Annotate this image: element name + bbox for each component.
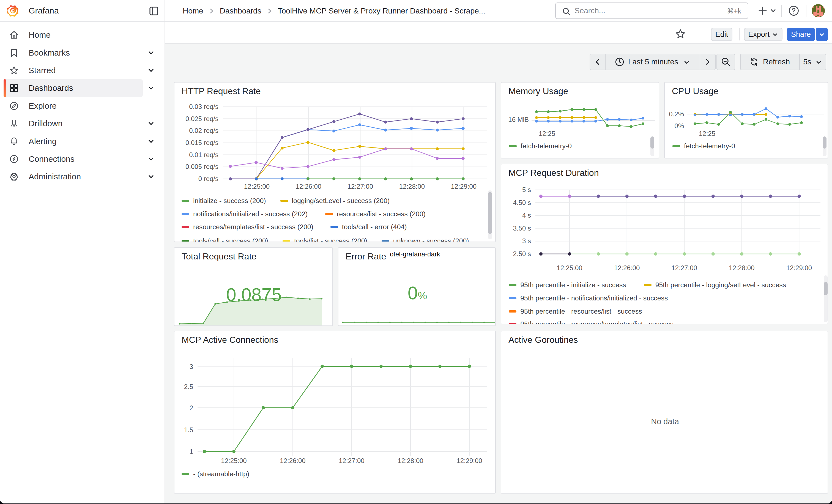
svg-text:12:27:00: 12:27:00 — [339, 457, 364, 465]
svg-text:3.50 s: 3.50 s — [513, 224, 531, 232]
svg-text:12:25:00: 12:25:00 — [556, 264, 582, 271]
svg-text:2.5: 2.5 — [184, 383, 193, 390]
svg-text:12:27:00: 12:27:00 — [347, 183, 373, 190]
svg-text:5 s: 5 s — [522, 186, 531, 193]
svg-text:12:26:00: 12:26:00 — [296, 183, 321, 190]
svg-text:12:27:00: 12:27:00 — [671, 264, 697, 271]
svg-text:1: 1 — [189, 448, 193, 455]
svg-text:3: 3 — [189, 363, 193, 370]
svg-text:1.5: 1.5 — [184, 426, 193, 433]
svg-text:0 req/s: 0 req/s — [198, 175, 218, 182]
svg-text:3 s: 3 s — [522, 237, 531, 244]
svg-text:12:26:00: 12:26:00 — [614, 264, 640, 271]
svg-text:2: 2 — [189, 404, 193, 412]
svg-text:0.025 req/s: 0.025 req/s — [185, 115, 218, 123]
svg-text:12:25: 12:25 — [699, 130, 716, 137]
svg-text:12:28:00: 12:28:00 — [397, 457, 423, 465]
svg-text:0.03 req/s: 0.03 req/s — [189, 103, 218, 110]
svg-text:4 s: 4 s — [522, 212, 531, 219]
svg-text:12:25:00: 12:25:00 — [221, 457, 246, 465]
svg-text:0.01 req/s: 0.01 req/s — [189, 151, 218, 158]
svg-text:12:28:00: 12:28:00 — [729, 264, 754, 271]
svg-text:0%: 0% — [674, 122, 684, 130]
svg-text:12:25: 12:25 — [539, 130, 555, 137]
svg-text:12:28:00: 12:28:00 — [399, 183, 425, 190]
svg-text:0.005 req/s: 0.005 req/s — [185, 163, 218, 170]
svg-text:12:29:00: 12:29:00 — [786, 264, 812, 271]
svg-text:12:29:00: 12:29:00 — [457, 457, 482, 465]
svg-text:4.50 s: 4.50 s — [513, 199, 531, 206]
svg-text:16 MiB: 16 MiB — [508, 116, 529, 123]
svg-text:12:29:00: 12:29:00 — [451, 183, 476, 190]
svg-text:12:25:00: 12:25:00 — [244, 183, 270, 190]
svg-text:12:26:00: 12:26:00 — [280, 457, 305, 465]
svg-text:0.02 req/s: 0.02 req/s — [189, 127, 218, 134]
svg-text:0.015 req/s: 0.015 req/s — [185, 139, 218, 147]
svg-text:2.50 s: 2.50 s — [513, 250, 531, 258]
svg-text:0.2%: 0.2% — [669, 110, 684, 118]
